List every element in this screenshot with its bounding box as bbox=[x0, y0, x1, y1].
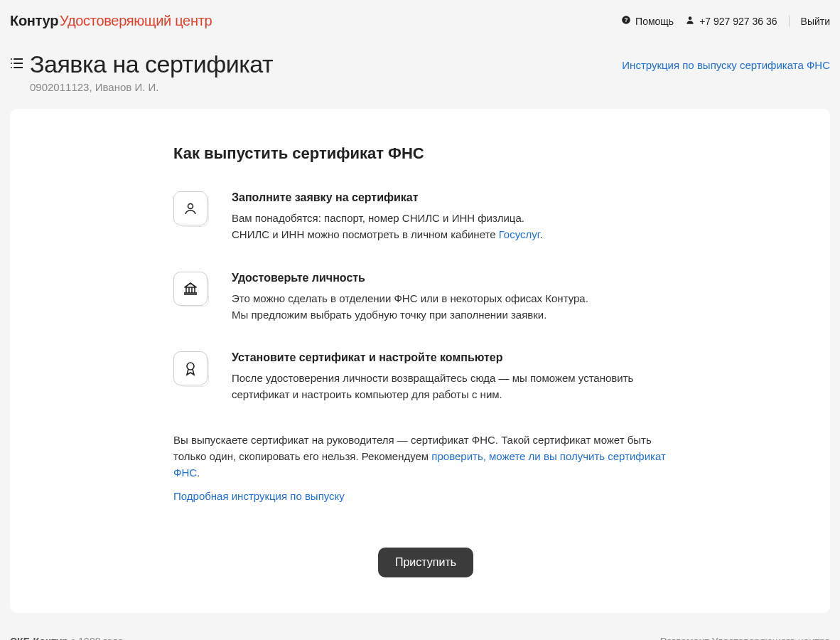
logout-link[interactable]: Выйти bbox=[801, 16, 830, 27]
building-icon bbox=[173, 272, 208, 306]
svg-point-2 bbox=[689, 16, 692, 20]
list-icon[interactable] bbox=[10, 58, 23, 71]
card-title: Как выпустить сертификат ФНС bbox=[173, 144, 678, 163]
help-link[interactable]: ? Помощь bbox=[621, 15, 674, 27]
step-1-title: Заполните заявку на сертификат bbox=[232, 191, 543, 204]
step-3: Установите сертификат и настройте компью… bbox=[173, 351, 678, 403]
phone-link[interactable]: +7 927 927 36 36 bbox=[685, 15, 777, 27]
logo-brand: Контур bbox=[10, 13, 58, 28]
note-block: Вы выпускаете сертификат на руководителя… bbox=[173, 432, 678, 505]
step-3-line1: После удостоверения личности возвращайте… bbox=[232, 372, 633, 400]
page-subtitle: 0902011123, Иванов И. И. bbox=[30, 81, 273, 93]
badge-icon bbox=[173, 351, 208, 385]
step-2-title: Удостоверьте личность bbox=[232, 272, 588, 284]
step-2-line2: Мы предложим выбрать удобную точку при з… bbox=[232, 309, 546, 321]
step-1-line2-suffix: . bbox=[539, 228, 542, 240]
help-label: Помощь bbox=[635, 16, 674, 27]
footer-left: СКБ Контур с 1988 года bbox=[10, 636, 124, 641]
footer-reglament-link[interactable]: Регламент Удостоверяющего центра bbox=[660, 636, 830, 641]
logo-sub: Удостоверяющий центр bbox=[60, 13, 212, 28]
svg-point-5 bbox=[11, 63, 12, 64]
person-icon bbox=[173, 191, 208, 225]
main-card: Как выпустить сертификат ФНС Заполните з… bbox=[10, 109, 830, 613]
svg-point-3 bbox=[11, 58, 12, 60]
step-1: Заполните заявку на сертификат Вам понад… bbox=[173, 191, 678, 243]
step-1-line1: Вам понадобятся: паспорт, номер СНИЛС и … bbox=[232, 212, 524, 224]
svg-point-7 bbox=[11, 67, 12, 68]
footer-brand: СКБ Контур bbox=[10, 636, 68, 641]
step-3-title: Установите сертификат и настройте компью… bbox=[232, 351, 678, 364]
svg-point-16 bbox=[187, 363, 194, 370]
svg-point-9 bbox=[188, 204, 193, 209]
gosuslugi-link[interactable]: Госуслуг bbox=[499, 228, 540, 240]
logo[interactable]: КонтурУдостоверяющий центр bbox=[10, 13, 212, 29]
user-icon bbox=[685, 15, 695, 27]
step-1-line2-prefix: СНИЛС и ИНН можно посмотреть в личном ка… bbox=[232, 228, 499, 240]
footer-since: с 1988 года bbox=[68, 636, 124, 641]
note-suffix: . bbox=[197, 466, 200, 479]
detail-link[interactable]: Подробная инструкция по выпуску bbox=[173, 490, 345, 502]
page-title: Заявка на сертификат bbox=[30, 50, 273, 78]
step-2-line1: Это можно сделать в отделении ФНС или в … bbox=[232, 292, 588, 304]
svg-text:?: ? bbox=[625, 17, 628, 23]
start-button[interactable]: Приступить bbox=[378, 548, 473, 577]
phone-label: +7 927 927 36 36 bbox=[699, 16, 777, 27]
step-2: Удостоверьте личность Это можно сделать … bbox=[173, 272, 678, 324]
logout-label: Выйти bbox=[801, 16, 830, 27]
instruction-link[interactable]: Инструкция по выпуску сертификата ФНС bbox=[622, 59, 830, 71]
divider bbox=[789, 16, 790, 27]
help-icon: ? bbox=[621, 15, 631, 27]
